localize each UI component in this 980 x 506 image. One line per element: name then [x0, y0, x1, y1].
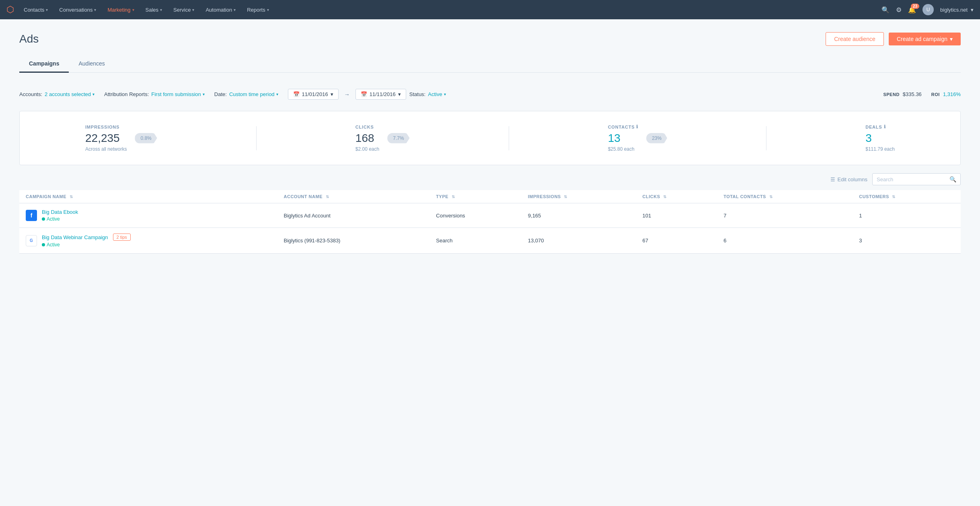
attribution-dropdown[interactable]: First form submission ▾ [151, 91, 205, 97]
nav-automation-label: Automation [205, 7, 232, 13]
avatar[interactable]: U [922, 4, 934, 15]
status-caret: ▾ [444, 92, 446, 96]
nav-reports[interactable]: Reports ▾ [242, 4, 274, 15]
nav-conversations-label: Conversations [59, 7, 92, 13]
tips-badge[interactable]: 2 tips [113, 234, 131, 241]
facebook-icon: f [26, 210, 37, 221]
settings-icon[interactable]: ⚙ [896, 6, 902, 14]
spend-roi-summary: SPEND $335.36 ROI 1,316% [883, 91, 961, 97]
sort-clicks-icon: ⇅ [663, 195, 667, 199]
row2-customers: 3 [853, 228, 961, 254]
search-icon[interactable]: 🔍 [881, 6, 890, 14]
table-row: f Big Data Ebook Active Biglytics Ad Acc… [19, 203, 961, 228]
clicks-label: CLICKS [355, 125, 379, 129]
deals-info-icon[interactable]: ℹ [884, 124, 886, 129]
clicks-arrow: 7.7% [387, 133, 409, 143]
user-domain: biglytics.net [940, 7, 968, 13]
clicks-value: 168 [355, 132, 379, 145]
accounts-caret: ▾ [92, 92, 95, 96]
nav-conversations[interactable]: Conversations ▾ [54, 4, 101, 15]
nav-marketing[interactable]: Marketing ▾ [103, 4, 139, 15]
roi-item: ROI 1,316% [931, 91, 961, 97]
tab-audiences[interactable]: Audiences [69, 55, 114, 73]
campaigns-table: CAMPAIGN NAME ⇅ ACCOUNT NAME ⇅ TYPE ⇅ IM… [19, 190, 961, 254]
tab-campaigns[interactable]: Campaigns [19, 55, 69, 73]
nav-sales[interactable]: Sales ▾ [141, 4, 167, 15]
roi-label: ROI [931, 92, 940, 97]
table-body: f Big Data Ebook Active Biglytics Ad Acc… [19, 203, 961, 254]
contacts-arrow: 23% [646, 133, 667, 143]
create-audience-button[interactable]: Create audience [826, 32, 884, 46]
clicks-sub: $2.00 each [355, 146, 379, 152]
status-filter: Status: Active ▾ [409, 91, 446, 97]
col-clicks[interactable]: CLICKS ⇅ [636, 190, 717, 203]
calendar-to-icon: 📅 [361, 91, 367, 97]
row2-campaign: G Big Data Webinar Campaign 2 tips [19, 228, 277, 254]
date-period-dropdown[interactable]: Custom time period ▾ [229, 91, 278, 97]
nav-reports-label: Reports [247, 7, 265, 13]
nav-service-label: Service [173, 7, 191, 13]
divider-3 [766, 126, 766, 150]
table-row: G Big Data Webinar Campaign 2 tips [19, 228, 961, 254]
row1-customers: 1 [853, 203, 961, 228]
divider-2 [509, 126, 509, 150]
columns-icon: ☰ [830, 176, 835, 182]
row2-campaign-link[interactable]: Big Data Webinar Campaign [42, 234, 108, 240]
row2-status: Active [42, 242, 131, 248]
nav-contacts-label: Contacts [24, 7, 44, 13]
date-to-caret: ▾ [398, 91, 401, 97]
date-arrow: → [344, 91, 350, 98]
sort-campaign-name-icon: ⇅ [70, 195, 73, 199]
date-from-value: 11/01/2016 [302, 91, 328, 97]
col-type[interactable]: TYPE ⇅ [429, 190, 521, 203]
row2-type: Search [429, 228, 521, 254]
contacts-label: CONTACTS ℹ [608, 124, 639, 129]
row2-clicks: 67 [636, 228, 717, 254]
row1-type: Conversions [429, 203, 521, 228]
row1-clicks: 101 [636, 203, 717, 228]
row2-campaign-cell: G Big Data Webinar Campaign 2 tips [26, 234, 271, 248]
page-content: Ads Create audience Create ad campaign ▾… [0, 19, 980, 266]
table-section: ☰ Edit columns 🔍 CAMPAIGN NAME ⇅ ACCOUNT… [19, 173, 961, 254]
nav-contacts[interactable]: Contacts ▾ [19, 4, 53, 15]
sort-account-name-icon: ⇅ [326, 195, 329, 199]
date-filter: Date: Custom time period ▾ [214, 91, 278, 97]
date-to-button[interactable]: 📅 11/11/2016 ▾ [355, 89, 406, 100]
col-customers[interactable]: CUSTOMERS ⇅ [853, 190, 961, 203]
date-period-caret: ▾ [276, 92, 278, 96]
date-label: Date: [214, 91, 227, 97]
nav-marketing-label: Marketing [107, 7, 130, 13]
impressions-label: IMPRESSIONS [85, 125, 127, 129]
col-account-name[interactable]: ACCOUNT NAME ⇅ [277, 190, 430, 203]
contacts-info-icon[interactable]: ℹ [636, 124, 638, 129]
notifications-button[interactable]: 🔔 23 [908, 6, 916, 14]
search-box: 🔍 [872, 173, 961, 185]
impressions-value: 22,235 [85, 132, 127, 145]
col-total-contacts[interactable]: TOTAL CONTACTS ⇅ [717, 190, 853, 203]
attribution-caret: ▾ [203, 92, 205, 96]
row1-account: Biglytics Ad Account [277, 203, 430, 228]
col-campaign-name[interactable]: CAMPAIGN NAME ⇅ [19, 190, 277, 203]
row1-campaign-link[interactable]: Big Data Ebook [42, 209, 78, 215]
attribution-label: Attribution Reports: [104, 91, 149, 97]
row2-contacts: 6 [717, 228, 853, 254]
nav-automation[interactable]: Automation ▾ [201, 4, 240, 15]
user-menu[interactable]: biglytics.net ▾ [940, 7, 974, 13]
notification-badge: 23 [911, 4, 919, 9]
edit-columns-button[interactable]: ☰ Edit columns [830, 176, 867, 182]
date-from-button[interactable]: 📅 11/01/2016 ▾ [288, 89, 339, 100]
create-ad-campaign-button[interactable]: Create ad campaign ▾ [889, 33, 961, 45]
deals-value: 3 [865, 132, 895, 145]
tabs: Campaigns Audiences [19, 55, 961, 73]
hubspot-logo[interactable]: ⬡ [6, 4, 14, 15]
col-impressions[interactable]: IMPRESSIONS ⇅ [522, 190, 636, 203]
nav-service[interactable]: Service ▾ [168, 4, 199, 15]
calendar-from-icon: 📅 [293, 91, 300, 97]
search-input[interactable] [877, 176, 946, 182]
spend-label: SPEND [883, 92, 899, 97]
status-dropdown[interactable]: Active ▾ [428, 91, 446, 97]
sort-impressions-icon: ⇅ [564, 195, 567, 199]
nav-reports-caret: ▾ [267, 8, 269, 12]
accounts-label: Accounts: [19, 91, 42, 97]
accounts-dropdown[interactable]: 2 accounts selected ▾ [45, 91, 95, 97]
